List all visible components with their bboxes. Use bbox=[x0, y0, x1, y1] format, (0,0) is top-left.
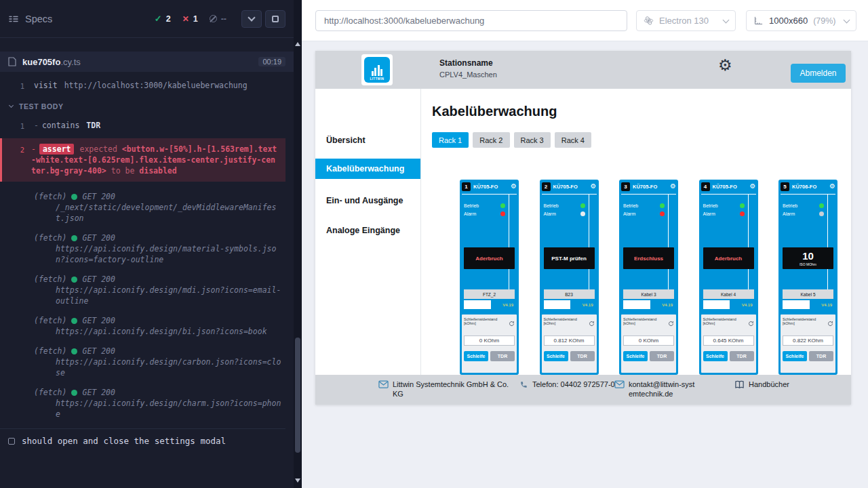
tab-rack-1[interactable]: Rack 1 bbox=[432, 132, 469, 148]
command-name: visit bbox=[34, 81, 58, 90]
sidebar-item-ein-und-ausgaenge[interactable]: Ein- und Ausgänge bbox=[315, 192, 420, 209]
footer-email[interactable]: kontakt@littwin-systemtechnik.de bbox=[614, 380, 697, 399]
sidebar-item-kabelueberwachung[interactable]: Kabelüberwachung bbox=[315, 159, 420, 179]
footer-manuals[interactable]: Handbücher bbox=[734, 380, 789, 389]
betrieb-led bbox=[660, 203, 665, 208]
tdr-button[interactable]: TDR bbox=[490, 351, 515, 361]
stop-button[interactable] bbox=[265, 10, 285, 28]
resistance-label: Schleifenwiderstand [kOhm] bbox=[703, 317, 745, 326]
card-gear-icon[interactable]: ⚙ bbox=[670, 183, 676, 190]
tab-rack-3[interactable]: Rack 3 bbox=[514, 132, 551, 148]
alarm-led bbox=[660, 211, 665, 216]
failed-icon: ✕ bbox=[182, 14, 189, 24]
scrollbar-thumb[interactable] bbox=[295, 338, 300, 453]
reporter-scrollbar[interactable] bbox=[294, 0, 302, 488]
fetch-label: (fetch) bbox=[34, 191, 66, 202]
version-box bbox=[623, 300, 650, 309]
firmware-version: V4.19 bbox=[650, 300, 674, 309]
browser-select[interactable]: Electron 130 bbox=[636, 10, 736, 31]
next-test-title: should open and close the settings modal bbox=[22, 436, 226, 447]
schleife-button[interactable]: Schleife bbox=[623, 351, 648, 361]
collapse-button[interactable] bbox=[241, 10, 262, 28]
failed-assert[interactable]: 2 -assertexpected <button.w-[50%].h-[1.5… bbox=[0, 138, 285, 182]
fetch-log[interactable]: (fetch)GET 200 https://api.iconify.desig… bbox=[0, 274, 285, 306]
fetch-log[interactable]: (fetch)GET 200 https://api.iconify.desig… bbox=[0, 387, 285, 420]
manuals-label: Handbücher bbox=[749, 380, 789, 389]
phone-icon bbox=[519, 380, 528, 389]
test-body-section[interactable]: TEST BODY bbox=[0, 101, 285, 112]
command-visit[interactable]: 1 visithttp://localhost:3000/kabelueberw… bbox=[0, 80, 285, 92]
tdr-button[interactable]: TDR bbox=[809, 351, 833, 361]
card-gear-icon[interactable]: ⚙ bbox=[591, 183, 597, 190]
schleife-button[interactable]: Schleife bbox=[544, 351, 568, 361]
refresh-icon[interactable] bbox=[748, 317, 754, 329]
betrieb-led bbox=[819, 203, 824, 208]
schleife-button[interactable]: Schleife bbox=[783, 351, 807, 361]
card-gear-icon[interactable]: ⚙ bbox=[829, 183, 835, 190]
card-divider bbox=[827, 195, 828, 289]
card-title: KÜ705-FO bbox=[473, 184, 498, 190]
logo-text: LITTWIN bbox=[370, 77, 384, 81]
card-divider bbox=[748, 195, 749, 289]
refresh-icon[interactable] bbox=[509, 317, 515, 329]
fetch-log[interactable]: (fetch)GET 200 https://api.iconify.desig… bbox=[0, 346, 285, 378]
logout-button[interactable]: Abmelden bbox=[791, 64, 846, 83]
fetch-method: GET 200 bbox=[82, 191, 115, 202]
browser-label: Electron 130 bbox=[659, 16, 709, 26]
fetch-log[interactable]: (fetch)GET 200 https://api.iconify.desig… bbox=[0, 232, 285, 265]
refresh-icon[interactable] bbox=[827, 317, 833, 329]
viewport-select[interactable]: 1000x660 (79%) bbox=[746, 10, 856, 31]
reporter-controls bbox=[241, 10, 285, 28]
resistance-value: 0 KOhm bbox=[464, 336, 515, 346]
station-name: CPLV4_Maschen bbox=[439, 70, 497, 79]
resistance-label: Schleifenwiderstand [kOhm] bbox=[783, 317, 825, 326]
next-test-row[interactable]: should open and close the settings modal bbox=[0, 428, 285, 453]
status-dot-icon bbox=[71, 194, 77, 200]
command-contains[interactable]: 1 -containsTDR bbox=[0, 120, 285, 131]
betrieb-led bbox=[740, 203, 745, 208]
passed-count: 2 bbox=[166, 14, 171, 24]
sidebar-item-uebersicht[interactable]: Übersicht bbox=[315, 132, 420, 148]
section-label: TEST BODY bbox=[19, 101, 64, 112]
specs-nav[interactable]: Specs bbox=[8, 14, 155, 24]
app-header: LITTWIN Stationsname CPLV4_Maschen ⚙ Abm… bbox=[315, 51, 851, 89]
schleife-button[interactable]: Schleife bbox=[464, 351, 488, 361]
schleife-button[interactable]: Schleife bbox=[703, 351, 728, 361]
tab-rack-2[interactable]: Rack 2 bbox=[473, 132, 509, 148]
status-text: Erdschluss bbox=[634, 256, 663, 262]
card-gear-icon[interactable]: ⚙ bbox=[511, 183, 517, 190]
fetch-log[interactable]: (fetch)GET 200 https://api.iconify.desig… bbox=[0, 315, 285, 337]
spec-duration: 00:19 bbox=[258, 57, 285, 66]
littwin-logo-mark: LITTWIN bbox=[364, 57, 390, 83]
resistance-value: 0.645 KOhm bbox=[703, 336, 754, 346]
tdr-button[interactable]: TDR bbox=[570, 351, 595, 361]
company-name: Littwin Systemtechnik GmbH & Co. KG bbox=[393, 380, 511, 399]
measure-panel: Schleifenwiderstand [kOhm] 0 KOhm Schlei… bbox=[462, 314, 517, 373]
spec-name-ext: .cy.ts bbox=[60, 57, 80, 67]
url-input[interactable]: http://localhost:3000/kabelueberwachung bbox=[315, 10, 627, 31]
app-sidebar: Übersicht Kabelüberwachung Ein- und Ausg… bbox=[315, 89, 421, 375]
command-dash: - bbox=[31, 144, 36, 154]
chevron-down-icon bbox=[723, 16, 730, 23]
tdr-button[interactable]: TDR bbox=[730, 351, 754, 361]
tab-rack-4[interactable]: Rack 4 bbox=[555, 132, 591, 148]
version-box bbox=[703, 300, 730, 309]
sidebar-item-analoge-eingaenge[interactable]: Analoge Eingänge bbox=[315, 222, 420, 239]
scroll-down-icon[interactable] bbox=[295, 479, 300, 483]
refresh-icon[interactable] bbox=[589, 317, 595, 329]
tdr-button[interactable]: TDR bbox=[650, 351, 674, 361]
refresh-icon[interactable] bbox=[668, 317, 674, 329]
alarm-label: Alarm bbox=[783, 211, 795, 216]
measure-panel: Schleifenwiderstand [kOhm] 0.645 KOhm Sc… bbox=[701, 314, 756, 373]
fetch-log[interactable]: (fetch)GET 200 /_next/static/development… bbox=[0, 191, 285, 224]
card-title: KÜ705-FO bbox=[713, 184, 737, 190]
fetch-method: GET 200 bbox=[82, 346, 115, 357]
resistance-value: 0 KOhm bbox=[623, 336, 674, 346]
spec-header[interactable]: kue705fo.cy.ts 00:19 bbox=[0, 52, 294, 72]
cable-name: B23 bbox=[544, 289, 595, 299]
mail-icon bbox=[614, 380, 625, 388]
scroll-up-icon[interactable] bbox=[295, 42, 300, 46]
settings-gear-icon[interactable]: ⚙ bbox=[718, 58, 732, 73]
status-dot-icon bbox=[71, 277, 77, 283]
card-gear-icon[interactable]: ⚙ bbox=[750, 183, 756, 190]
